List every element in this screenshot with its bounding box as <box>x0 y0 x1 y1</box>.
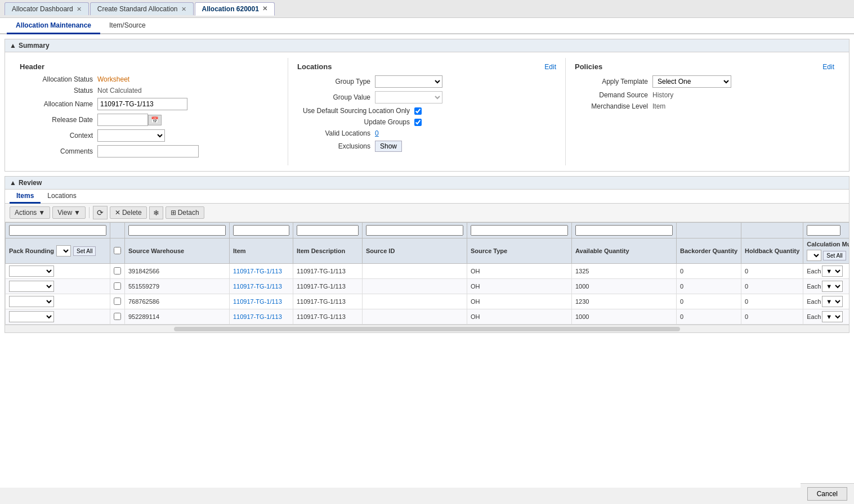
cell-calculation-multiple: Each ▼ <box>803 279 849 294</box>
context-select[interactable] <box>97 129 165 142</box>
filter-source-id <box>363 223 467 238</box>
demand-source-label: Demand Source <box>575 91 648 99</box>
policies-edit-link[interactable]: Edit <box>822 63 834 71</box>
group-value-select[interactable] <box>375 91 442 104</box>
view-button[interactable]: View ▼ <box>52 206 86 219</box>
cell-available-quantity: 1230 <box>572 294 677 309</box>
review-tab-locations[interactable]: Locations <box>41 190 83 204</box>
calc-multiple-dropdown[interactable]: ▼ <box>822 266 843 277</box>
pack-rounding-dropdown[interactable] <box>9 311 54 322</box>
row-checkbox[interactable] <box>114 267 121 274</box>
pack-rounding-select[interactable] <box>56 245 71 256</box>
row-checkbox[interactable] <box>114 282 121 290</box>
pack-rounding-dropdown[interactable] <box>9 296 54 307</box>
update-groups-checkbox[interactable] <box>414 119 422 126</box>
allocation-status-value: Worksheet <box>97 75 129 83</box>
apply-template-select[interactable]: Select One <box>652 75 731 88</box>
filter-input-calc-multiple[interactable] <box>807 225 840 236</box>
allocation-name-row: Allocation Name <box>20 98 279 110</box>
valid-locations-link[interactable]: 0 <box>375 129 379 137</box>
release-date-label: Release Date <box>20 116 93 124</box>
filter-input-source-warehouse[interactable] <box>128 225 226 236</box>
status-row: Status Not Calculated <box>20 87 279 94</box>
filter-input-source-type[interactable] <box>471 225 568 236</box>
pack-rounding-set-all[interactable]: Set All <box>73 246 96 256</box>
table-row: 391842566 110917-TG-1/113 110917-TG-1/11… <box>6 264 849 279</box>
view-label: View <box>57 209 72 217</box>
close-icon[interactable]: ✕ <box>181 6 186 13</box>
delete-button[interactable]: ✕ Delete <box>110 206 147 219</box>
tab-allocation-maintenance[interactable]: Allocation Maintenance <box>7 18 100 34</box>
comments-input[interactable] <box>97 145 199 158</box>
default-sourcing-row: Use Default Sourcing Location Only <box>297 107 556 115</box>
cell-source-type: OH <box>467 309 572 325</box>
cell-item-description: 110917-TG-1/113 <box>293 264 363 279</box>
group-type-select[interactable] <box>375 75 442 88</box>
close-icon[interactable]: ✕ <box>77 6 82 13</box>
th-holdback-quantity: Holdback Quantity <box>741 238 803 264</box>
collapse-icon[interactable]: ▲ <box>10 42 16 50</box>
row-checkbox[interactable] <box>114 298 121 305</box>
actions-button[interactable]: Actions ▼ <box>10 206 50 219</box>
cell-source-id <box>363 279 467 294</box>
cell-source-id <box>363 264 467 279</box>
th-calculation-multiple: Calculation Multiple Set All <box>803 238 849 264</box>
row-checkbox[interactable] <box>114 313 121 320</box>
cell-pack-rounding <box>6 279 110 294</box>
cell-pack-rounding <box>6 309 110 325</box>
horizontal-scrollbar[interactable] <box>5 325 849 332</box>
calc-multiple-select[interactable] <box>807 250 821 261</box>
group-value-label: Group Value <box>297 93 370 101</box>
filter-input-available-qty[interactable] <box>575 225 673 236</box>
cancel-button[interactable]: Cancel <box>807 487 847 488</box>
calc-multiple-set-all[interactable]: Set All <box>823 251 846 260</box>
calc-multiple-dropdown[interactable]: ▼ <box>822 311 843 322</box>
calc-multiple-value: Each <box>807 268 821 274</box>
show-button[interactable]: Show <box>375 141 402 152</box>
calc-multiple-dropdown[interactable]: ▼ <box>822 281 843 292</box>
item-link[interactable]: 110917-TG-1/113 <box>233 268 282 274</box>
filter-input-item[interactable] <box>233 225 289 236</box>
filter-input-item-description[interactable] <box>297 225 359 236</box>
freeze-button[interactable]: ❄ <box>149 206 163 219</box>
locations-edit-link[interactable]: Edit <box>544 63 556 71</box>
update-groups-row: Update Groups <box>297 118 556 126</box>
summary-header: ▲ Summary <box>5 39 849 52</box>
collapse-icon[interactable]: ▲ <box>10 179 16 187</box>
cell-select <box>110 294 125 309</box>
close-icon[interactable]: ✕ <box>262 5 267 12</box>
cell-source-type: OH <box>467 264 572 279</box>
group-type-label: Group Type <box>297 78 370 86</box>
item-link[interactable]: 110917-TG-1/113 <box>233 283 282 290</box>
cell-item: 110917-TG-1/113 <box>230 264 293 279</box>
default-sourcing-checkbox[interactable] <box>414 107 422 115</box>
tab-item-source[interactable]: Item/Source <box>100 18 155 34</box>
pack-rounding-dropdown[interactable] <box>9 266 54 277</box>
valid-locations-row: Valid Locations 0 <box>297 129 556 137</box>
item-link[interactable]: 110917-TG-1/113 <box>233 298 282 305</box>
pack-rounding-dropdown[interactable] <box>9 281 54 292</box>
tab-create-standard-allocation[interactable]: Create Standard Allocation ✕ <box>90 2 194 15</box>
release-date-input[interactable] <box>97 114 148 126</box>
filter-calc-multiple <box>803 223 849 238</box>
select-all-checkbox[interactable] <box>114 247 121 254</box>
cell-source-id <box>363 294 467 309</box>
filter-input-source-id[interactable] <box>366 225 463 236</box>
tab-allocation-620001[interactable]: Allocation 620001 ✕ <box>195 2 275 16</box>
allocation-name-input[interactable] <box>97 98 187 110</box>
calendar-button[interactable]: 📅 <box>148 115 162 125</box>
th-source-type: Source Type <box>467 238 572 264</box>
view-dropdown-icon: ▼ <box>74 209 81 217</box>
tab-allocator-dashboard[interactable]: Allocator Dashboard ✕ <box>5 2 89 15</box>
item-link[interactable]: 110917-TG-1/113 <box>233 313 282 320</box>
cell-backorder-quantity: 0 <box>677 279 741 294</box>
policies-panel: Policies Edit Apply Template Select One … <box>566 58 843 165</box>
detach-button[interactable]: ⊞ Detach <box>166 206 204 219</box>
group-value-row: Group Value <box>297 91 556 104</box>
cell-select <box>110 264 125 279</box>
filter-input-pack-rounding[interactable] <box>9 225 106 236</box>
refresh-button[interactable]: ⟳ <box>93 206 108 219</box>
calc-multiple-dropdown[interactable]: ▼ <box>822 296 843 307</box>
review-tab-items[interactable]: Items <box>10 190 41 204</box>
cell-item-description: 110917-TG-1/113 <box>293 294 363 309</box>
